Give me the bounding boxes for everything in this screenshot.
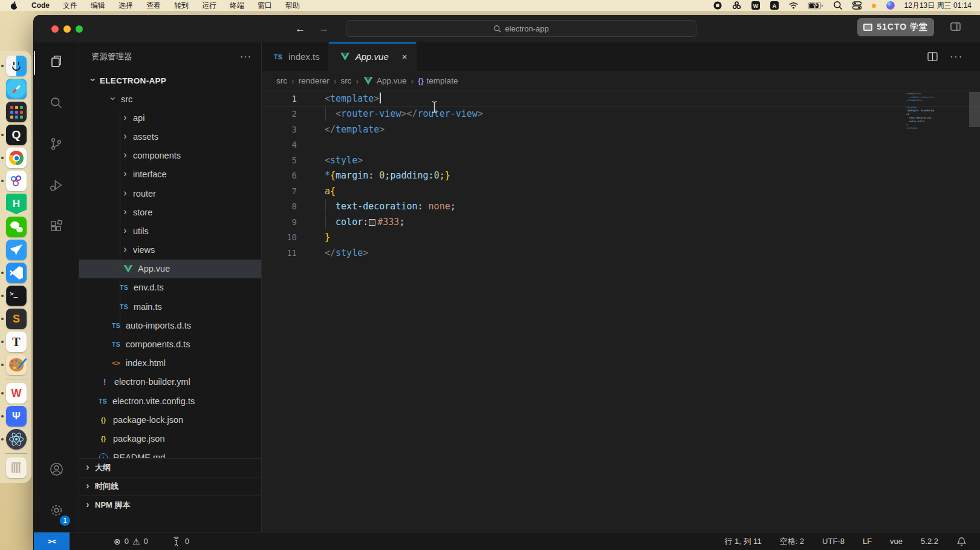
problems-indicator[interactable]: ⊗ 0 ⚠ 0 xyxy=(114,537,148,546)
dock-app-sublime[interactable]: S xyxy=(4,307,29,330)
tab-index.ts[interactable]: TSindex.ts xyxy=(262,42,329,71)
tree-item-package-lock.json[interactable]: {}package-lock.json xyxy=(79,410,261,429)
menu-item-终端[interactable]: 终端 xyxy=(223,1,251,11)
dock-app-paint[interactable] xyxy=(4,353,29,376)
code-line-8[interactable]: 8 text-decoration: none; xyxy=(262,199,980,215)
tree-root-electron-app[interactable]: › ELECTRON-APP xyxy=(79,71,261,90)
status-item[interactable]: 行 1, 列 11 xyxy=(724,536,761,547)
tree-item-interface[interactable]: ›interface xyxy=(79,165,261,184)
dock-app-safari[interactable] xyxy=(4,77,29,100)
menu-item-Code[interactable]: Code xyxy=(25,1,56,10)
breadcrumb-renderer[interactable]: renderer xyxy=(299,76,329,85)
activity-search[interactable] xyxy=(34,83,79,125)
zoom-window-button[interactable] xyxy=(76,25,83,33)
tree-item-utils[interactable]: ›utils xyxy=(79,221,261,240)
code-line-9[interactable]: 9 color:#333; xyxy=(262,214,980,230)
menu-item-编辑[interactable]: 编辑 xyxy=(84,1,112,11)
notifications-bell-icon[interactable] xyxy=(956,536,967,547)
tree-item-views[interactable]: ›views xyxy=(79,241,261,260)
code-line-10[interactable]: 10} xyxy=(262,230,980,246)
dock-app-hbuilder[interactable]: H xyxy=(4,192,29,215)
forward-button[interactable]: → xyxy=(319,23,329,35)
code-line-3[interactable]: 3</template> xyxy=(262,122,980,137)
recording-dot-icon[interactable] xyxy=(871,3,877,8)
tree-item-package.json[interactable]: {}package.json xyxy=(79,429,261,448)
wifi-icon[interactable] xyxy=(788,1,799,10)
dock-app-cloud[interactable] xyxy=(4,169,29,192)
siri-icon[interactable] xyxy=(886,1,895,10)
tree-item-components.d.ts[interactable]: TScomponents.d.ts xyxy=(79,335,261,353)
dock-app-wechat[interactable] xyxy=(4,215,29,238)
ports-indicator[interactable]: 0 xyxy=(171,536,189,546)
dock-app-trash[interactable] xyxy=(4,456,29,479)
split-editor-icon[interactable] xyxy=(926,50,939,63)
explorer-more-actions[interactable]: ··· xyxy=(240,51,251,62)
menu-item-选择[interactable]: 选择 xyxy=(112,1,140,11)
status-item[interactable]: LF xyxy=(863,537,872,546)
window-title-bar[interactable]: ← → electron-app 51CTO 学堂 xyxy=(34,15,980,42)
menu-item-文件[interactable]: 文件 xyxy=(56,1,84,11)
code-editor[interactable]: 1<template>2 <router-view></router-view>… xyxy=(262,91,980,532)
dock-app-electron[interactable] xyxy=(4,428,29,451)
activity-account[interactable] xyxy=(34,450,79,491)
spotlight-icon[interactable] xyxy=(833,1,843,10)
minimize-window-button[interactable] xyxy=(63,25,71,33)
tree-item-api[interactable]: ›api xyxy=(79,108,261,127)
status-item[interactable]: 5.2.2 xyxy=(921,537,938,546)
control-center-icon[interactable] xyxy=(852,1,862,10)
back-button[interactable]: ← xyxy=(295,23,305,35)
code-line-2[interactable]: 2 <router-view></router-view> xyxy=(262,106,980,122)
tree-item-store[interactable]: ›store xyxy=(79,203,261,221)
tree-item-index.html[interactable]: <>index.html xyxy=(79,354,261,373)
menu-item-查看[interactable]: 查看 xyxy=(140,1,167,11)
tab-App.vue[interactable]: App.vue× xyxy=(329,42,417,71)
code-line-1[interactable]: 1<template> xyxy=(262,91,980,106)
sidebar-section-时间线[interactable]: ›时间线 xyxy=(79,477,261,496)
status-item[interactable]: 空格: 2 xyxy=(780,536,804,547)
tree-item-App.vue[interactable]: App.vue xyxy=(79,260,261,278)
sidebar-section-大纲[interactable]: ›大纲 xyxy=(79,458,261,477)
more-actions-icon[interactable]: ··· xyxy=(950,51,963,62)
code-line-7[interactable]: 7a{ xyxy=(262,183,980,199)
tree-item-electron.vite.config.ts[interactable]: TSelectron.vite.config.ts xyxy=(79,391,261,410)
dock-app-typora[interactable]: T xyxy=(4,330,29,353)
menu-item-窗口[interactable]: 窗口 xyxy=(251,1,279,11)
activity-extensions[interactable] xyxy=(34,207,79,248)
menu-item-帮助[interactable]: 帮助 xyxy=(279,1,307,11)
minimap[interactable]: <template> <router-view></router-view></… xyxy=(906,92,934,130)
dock-app-chrome[interactable] xyxy=(4,146,29,169)
activity-source-control[interactable] xyxy=(34,125,79,166)
status-item[interactable]: vue xyxy=(890,537,903,546)
tree-item-components[interactable]: ›components xyxy=(79,146,261,165)
code-line-11[interactable]: 11</style> xyxy=(262,245,980,261)
sidebar-section-NPM 脚本[interactable]: ›NPM 脚本 xyxy=(79,496,261,514)
breadcrumb-template[interactable]: {}template xyxy=(418,76,458,85)
tree-item-electron-builder.yml[interactable]: !electron-builder.yml xyxy=(79,373,261,391)
activity-explorer[interactable] xyxy=(34,42,79,83)
tree-item-auto-imports.d.ts[interactable]: TSauto-imports.d.ts xyxy=(79,316,261,335)
menu-item-转到[interactable]: 转到 xyxy=(167,1,195,11)
close-tab-icon[interactable]: × xyxy=(402,51,407,62)
tree-item-router[interactable]: ›router xyxy=(79,184,261,203)
screen-record-icon[interactable] xyxy=(713,1,722,10)
dock-app-quicktime[interactable]: Q xyxy=(4,123,29,146)
dock-app-launchpad[interactable] xyxy=(4,100,29,123)
input-source-icon[interactable]: A xyxy=(770,1,779,10)
breadcrumb-src[interactable]: src xyxy=(340,76,351,85)
tree-item-assets[interactable]: ›assets xyxy=(79,127,261,146)
customize-layout-icon[interactable] xyxy=(950,22,961,31)
scrollbar[interactable] xyxy=(969,92,980,127)
activity-run-debug[interactable] xyxy=(34,166,79,207)
apple-logo-icon[interactable] xyxy=(8,1,25,11)
wps-icon[interactable]: W xyxy=(751,1,761,10)
menu-bar-clock[interactable]: 12月13日 周三 01:14 xyxy=(904,1,972,11)
activity-settings[interactable]: 1 xyxy=(34,491,79,532)
dock-app-terminal[interactable]: >_ xyxy=(4,284,29,307)
code-line-6[interactable]: 6*{margin: 0;padding:0;} xyxy=(262,168,980,184)
code-line-4[interactable]: 4 xyxy=(262,137,980,153)
remote-indicator[interactable]: >< xyxy=(34,532,70,550)
menu-item-运行[interactable]: 运行 xyxy=(195,1,223,11)
tree-item-env.d.ts[interactable]: TSenv.d.ts xyxy=(79,278,261,297)
status-item[interactable]: UTF-8 xyxy=(822,537,845,546)
dock-app-vscode[interactable] xyxy=(4,261,29,284)
